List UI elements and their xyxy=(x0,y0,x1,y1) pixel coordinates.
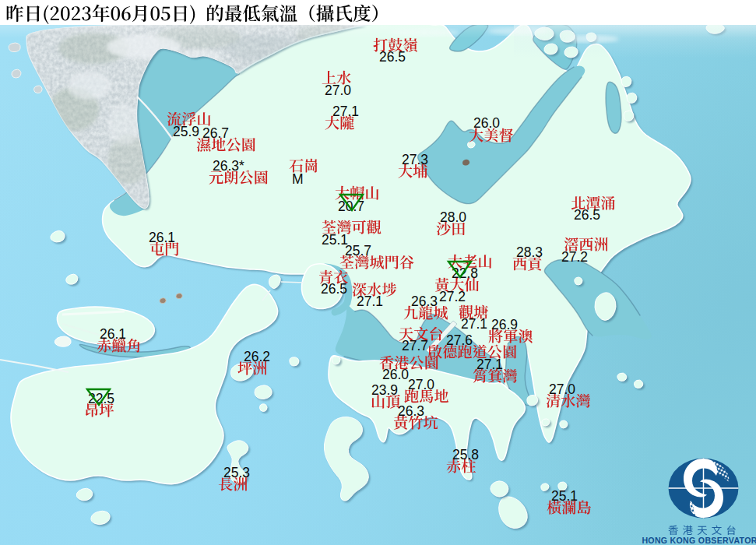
svg-text:28.3: 28.3 xyxy=(516,244,543,260)
svg-text:25.7: 25.7 xyxy=(345,243,371,258)
svg-text:27.7: 27.7 xyxy=(402,338,428,353)
svg-text:25.3: 25.3 xyxy=(223,465,250,480)
svg-text:26.9: 26.9 xyxy=(491,317,518,332)
svg-text:26.7: 26.7 xyxy=(202,125,229,141)
svg-text:20.7: 20.7 xyxy=(338,199,364,214)
svg-text:27.2: 27.2 xyxy=(561,249,588,265)
svg-text:26.3: 26.3 xyxy=(411,294,438,309)
svg-text:25.8: 25.8 xyxy=(452,447,479,462)
svg-text:26.3*: 26.3* xyxy=(213,158,244,174)
svg-text:27.1: 27.1 xyxy=(461,316,487,332)
svg-text:HONG KONG OBSERVATORY: HONG KONG OBSERVATORY xyxy=(642,536,756,545)
svg-text:27.6: 27.6 xyxy=(446,332,473,348)
svg-text:26.3: 26.3 xyxy=(398,403,424,419)
svg-text:27.0: 27.0 xyxy=(325,83,351,98)
svg-text:27.1: 27.1 xyxy=(332,104,359,119)
svg-text:26.5: 26.5 xyxy=(379,49,406,65)
svg-text:26.5: 26.5 xyxy=(574,207,600,223)
svg-text:22.5: 22.5 xyxy=(88,391,114,406)
svg-text:26.5: 26.5 xyxy=(321,281,347,297)
svg-text:27.3: 27.3 xyxy=(402,152,428,167)
svg-text:25.9: 25.9 xyxy=(173,124,199,139)
svg-text:26.0: 26.0 xyxy=(382,367,409,382)
svg-text:26.0: 26.0 xyxy=(473,115,500,131)
svg-text:27.0: 27.0 xyxy=(408,377,434,392)
svg-text:25.1: 25.1 xyxy=(551,488,578,504)
svg-text:25.1: 25.1 xyxy=(322,232,348,248)
svg-text:22.8: 22.8 xyxy=(452,265,478,281)
svg-text:23.9: 23.9 xyxy=(371,382,398,398)
svg-text:28.0: 28.0 xyxy=(440,209,466,225)
svg-text:27.1: 27.1 xyxy=(476,357,503,372)
svg-text:27.2: 27.2 xyxy=(439,289,466,304)
svg-text:27.1: 27.1 xyxy=(357,294,383,309)
svg-text:26.2: 26.2 xyxy=(244,349,270,364)
svg-text:27.0: 27.0 xyxy=(549,382,575,397)
svg-text:26.1: 26.1 xyxy=(100,326,126,342)
svg-text:26.1: 26.1 xyxy=(149,230,175,245)
svg-text:M: M xyxy=(292,171,304,187)
